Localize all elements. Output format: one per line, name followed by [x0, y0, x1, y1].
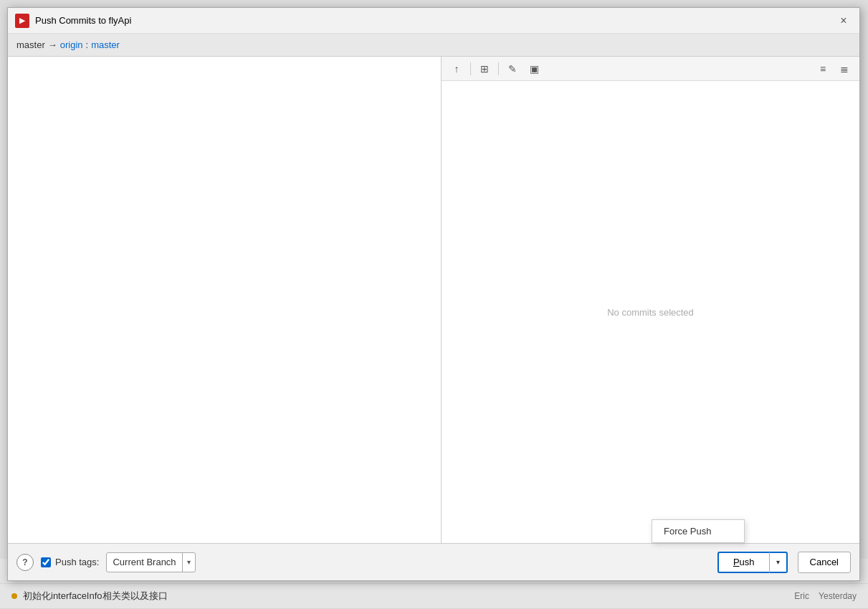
force-push-dropdown-menu: Force Push	[652, 519, 745, 543]
app-icon: ▶	[15, 14, 29, 28]
force-push-menu-item[interactable]: Force Push	[652, 520, 744, 542]
toolbar-separator	[498, 62, 499, 75]
toolbar-edit-btn[interactable]: ✎	[503, 60, 522, 78]
image-icon: ▣	[530, 63, 539, 75]
branch-header: master → origin : master	[8, 34, 859, 57]
collapse-icon: ≡	[820, 63, 826, 75]
help-button[interactable]: ?	[16, 554, 34, 571]
remote-link[interactable]: origin	[60, 39, 83, 50]
branch-separator: :	[86, 39, 89, 50]
branch-dropdown-value: Current Branch	[107, 552, 181, 572]
toolbar-grid-btn[interactable]: ⊞	[475, 60, 494, 78]
title-bar: ▶ Push Commits to flyApi ×	[8, 8, 859, 34]
toolbar-image-btn[interactable]: ▣	[525, 60, 543, 78]
branch-arrow: →	[48, 39, 57, 50]
main-content: ↑ ⊞ ✎ ▣ ≡ ≣	[8, 57, 859, 543]
commit-detail-body: No commits selected	[442, 81, 859, 543]
cancel-button[interactable]: Cancel	[798, 552, 851, 573]
branch-to-link[interactable]: master	[91, 39, 120, 50]
branch-dropdown[interactable]: Current Branch ▾	[106, 552, 195, 572]
push-dropdown-arrow-button[interactable]: ▾	[769, 552, 788, 573]
bottom-bar: ? Push tags: Current Branch ▾ Push ▾ Can…	[8, 543, 859, 580]
detail-toolbar: ↑ ⊞ ✎ ▣ ≡ ≣	[442, 57, 859, 81]
push-tags-checkbox[interactable]	[41, 557, 51, 567]
branch-from: master	[16, 39, 45, 50]
toolbar-separator	[470, 62, 471, 75]
push-tags-label: Push tags:	[41, 557, 99, 567]
commits-list-panel	[8, 57, 442, 543]
chevron-down-icon: ▾	[776, 558, 780, 566]
no-commits-message: No commits selected	[607, 307, 694, 318]
push-button[interactable]: Push	[717, 552, 769, 573]
grid-icon: ⊞	[480, 63, 489, 75]
push-commits-dialog: ▶ Push Commits to flyApi × master → orig…	[7, 7, 860, 581]
chevron-down-icon: ▾	[182, 553, 195, 572]
edit-icon: ✎	[508, 63, 517, 75]
toolbar-collapse-btn[interactable]: ≡	[814, 60, 832, 78]
push-icon: ↑	[454, 63, 459, 75]
close-button[interactable]: ×	[835, 12, 852, 29]
dialog-title: Push Commits to flyApi	[35, 15, 131, 26]
push-label: Push	[733, 557, 755, 567]
push-button-group: Push ▾	[717, 552, 788, 573]
toolbar-expand-btn[interactable]: ≣	[835, 60, 854, 78]
title-bar-left: ▶ Push Commits to flyApi	[15, 14, 131, 28]
commit-detail-panel: ↑ ⊞ ✎ ▣ ≡ ≣	[442, 57, 859, 543]
expand-icon: ≣	[840, 63, 849, 75]
toolbar-push-btn[interactable]: ↑	[447, 60, 466, 78]
